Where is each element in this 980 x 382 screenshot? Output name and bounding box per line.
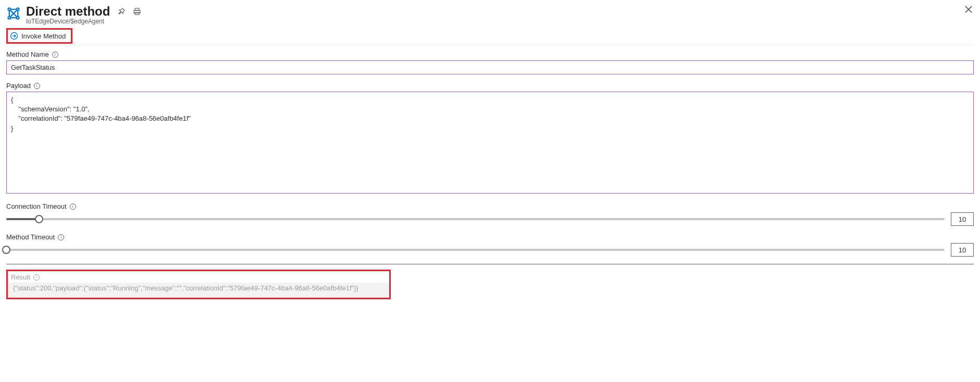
- connection-timeout-label: Connection Timeout: [6, 202, 67, 210]
- payload-label: Payload: [6, 82, 31, 90]
- result-label-row: Result i: [11, 273, 386, 281]
- divider: [6, 264, 974, 264]
- header-left: Direct method IoTEdgeDevice/$edgeAgent: [6, 4, 141, 25]
- info-icon[interactable]: i: [58, 234, 64, 240]
- result-label: Result: [11, 273, 30, 281]
- method-name-label-row: Method Name i: [6, 50, 974, 58]
- info-icon[interactable]: i: [33, 274, 40, 281]
- print-icon[interactable]: [133, 7, 141, 16]
- connection-timeout-value[interactable]: [951, 212, 974, 226]
- svg-point-2: [8, 17, 11, 19]
- invoke-arrow-icon: [10, 32, 18, 40]
- slider-thumb[interactable]: [2, 246, 10, 254]
- page-title: Direct method: [26, 4, 110, 19]
- pin-icon[interactable]: [117, 7, 126, 16]
- slider-thumb[interactable]: [35, 215, 43, 223]
- info-icon[interactable]: i: [52, 52, 58, 58]
- method-name-input[interactable]: [6, 60, 974, 74]
- method-timeout-slider[interactable]: [6, 249, 945, 251]
- connection-timeout-slider-row: [6, 212, 974, 226]
- result-box: Result i {"status":200,"payload":{"statu…: [6, 270, 391, 299]
- direct-method-icon: [6, 6, 21, 21]
- method-timeout-value[interactable]: [951, 243, 974, 257]
- invoke-method-button[interactable]: Invoke Method: [6, 28, 72, 44]
- svg-point-3: [17, 17, 19, 19]
- close-button[interactable]: [963, 4, 974, 15]
- connection-timeout-slider[interactable]: [6, 218, 945, 220]
- header: Direct method IoTEdgeDevice/$edgeAgent: [6, 4, 974, 27]
- breadcrumb: IoTEdgeDevice/$edgeAgent: [26, 18, 141, 25]
- connection-timeout-group: Connection Timeout i: [6, 202, 974, 226]
- method-name-label: Method Name: [6, 50, 49, 58]
- method-name-group: Method Name i: [6, 50, 974, 74]
- payload-label-row: Payload i: [6, 82, 974, 90]
- title-block: Direct method IoTEdgeDevice/$edgeAgent: [26, 4, 141, 25]
- svg-rect-4: [135, 8, 139, 10]
- method-timeout-slider-row: [6, 243, 974, 257]
- method-timeout-label-row: Method Timeout i: [6, 233, 974, 241]
- result-value: {"status":200,"payload":{"status":"Runni…: [11, 283, 386, 294]
- invoke-method-label: Invoke Method: [21, 32, 66, 40]
- payload-group: Payload i: [6, 82, 974, 195]
- svg-point-0: [8, 8, 11, 11]
- method-timeout-group: Method Timeout i: [6, 233, 974, 257]
- info-icon[interactable]: i: [34, 83, 40, 89]
- title-row: Direct method: [26, 4, 141, 19]
- toolbar: Invoke Method: [6, 27, 974, 45]
- payload-textarea[interactable]: [6, 92, 974, 194]
- info-icon[interactable]: i: [70, 203, 76, 210]
- svg-point-1: [17, 8, 19, 11]
- method-timeout-label: Method Timeout: [6, 233, 55, 241]
- connection-timeout-label-row: Connection Timeout i: [6, 202, 974, 210]
